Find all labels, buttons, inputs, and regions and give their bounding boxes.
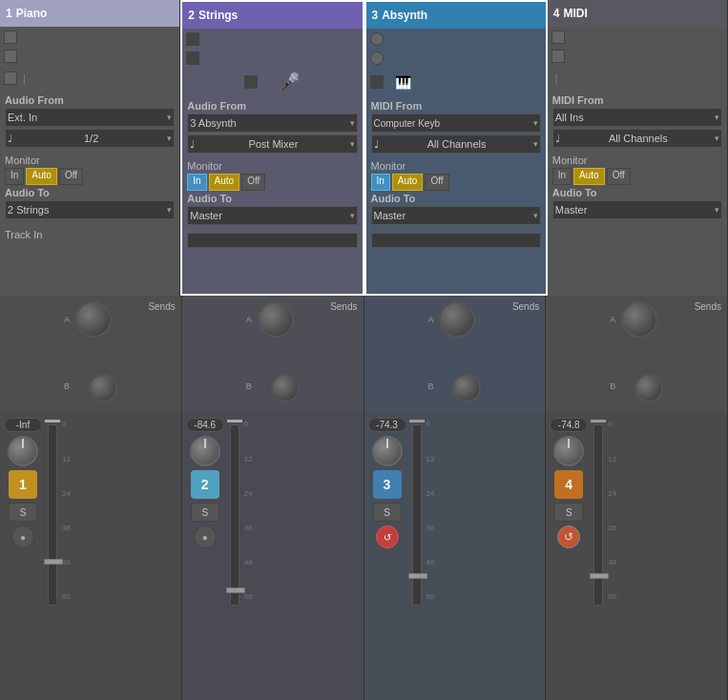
- track-3-trackin-input[interactable]: [371, 233, 541, 248]
- track-3-source-value: Computer Keyb: [374, 118, 440, 129]
- track-4-send-a-knob[interactable]: [621, 301, 657, 338]
- track-1-mon-auto[interactable]: Auto: [26, 168, 57, 185]
- track-3-channel-dropdown[interactable]: ♩ All Channels ▾: [371, 134, 541, 154]
- track-3-fader-handle[interactable]: [408, 573, 427, 579]
- track-4-routing-label: MIDI From: [552, 94, 722, 106]
- track-1-pan-knob[interactable]: [8, 436, 38, 466]
- track-4-header: 4 MIDI: [548, 0, 727, 27]
- track-1-buttons: |: [0, 27, 179, 92]
- track-4-mon-auto[interactable]: Auto: [573, 168, 605, 185]
- track-3-audioto-dropdown[interactable]: Master ▾: [371, 206, 541, 225]
- track-3-audioto-value: Master: [374, 210, 406, 221]
- track-4-fader-col: -74.8 4 S ↺ 0 12 2: [546, 412, 728, 700]
- track-3-mon-in[interactable]: In: [371, 174, 390, 191]
- track-1-trackin: Track In: [0, 223, 179, 246]
- track-1-audioto-arrow: ▾: [167, 205, 172, 215]
- track-4-solo-btn[interactable]: S: [554, 503, 583, 522]
- track-4-channel-icon: ♩: [555, 133, 560, 145]
- track-2-record-btn[interactable]: ●: [194, 525, 217, 548]
- track-3-mon-auto[interactable]: Auto: [392, 174, 424, 191]
- track-4-btn-1[interactable]: [551, 31, 565, 44]
- track-4-pan-knob[interactable]: [553, 436, 584, 466]
- track-3-pan-knob[interactable]: [372, 436, 403, 466]
- track-4-mon-off[interactable]: Off: [607, 168, 631, 185]
- track-1-number-btn[interactable]: 1: [9, 470, 37, 499]
- track-3-source-dropdown[interactable]: Computer Keyb ▾: [371, 113, 541, 133]
- track-4-fader-handle[interactable]: [590, 573, 609, 579]
- track-2-btn-2[interactable]: [186, 51, 199, 65]
- track-1-sends: A B Sends: [0, 296, 182, 412]
- track-2-btn-3[interactable]: [244, 75, 258, 89]
- track-1-channel-dropdown[interactable]: ♩ 1/2 ▾: [5, 129, 175, 148]
- track-2-mon-off[interactable]: Off: [241, 174, 265, 191]
- track-4-send-b-knob[interactable]: [634, 374, 663, 402]
- track-3-btn-1[interactable]: [370, 32, 384, 46]
- track-1-record-btn[interactable]: ●: [11, 525, 34, 548]
- track-1-source-arrow: ▾: [167, 113, 172, 122]
- track-2-name: Strings: [198, 9, 238, 22]
- track-1-btn-1[interactable]: [4, 31, 17, 44]
- track-1-solo-btn[interactable]: S: [9, 503, 37, 522]
- track-4-fader-track[interactable]: [593, 424, 603, 606]
- track-1-btn-3[interactable]: [4, 72, 17, 85]
- track-1-mon-in[interactable]: In: [5, 168, 24, 185]
- track-1-send-a-knob[interactable]: [75, 301, 112, 338]
- scale-36: 36: [62, 524, 71, 532]
- track-3-mon-off[interactable]: Off: [425, 174, 448, 191]
- track-3-fader-track[interactable]: [412, 424, 422, 606]
- track-4-mon-in[interactable]: In: [552, 168, 572, 185]
- track-2-send-a-knob[interactable]: [258, 301, 294, 338]
- track-4-audioto-dropdown[interactable]: Master ▾: [552, 200, 722, 219]
- track-2-channel-dropdown[interactable]: ♩ Post Mixer ▾: [187, 134, 357, 154]
- track-4-btn-2[interactable]: [551, 50, 565, 63]
- track-2-audioto-dropdown[interactable]: Master ▾: [187, 206, 357, 225]
- track-2-mon-auto[interactable]: Auto: [209, 174, 240, 191]
- track-2-fader-handle[interactable]: [226, 587, 245, 593]
- track-1-fader-handle[interactable]: [44, 559, 63, 565]
- track-2-source-dropdown[interactable]: 3 Absynth ▾: [187, 113, 357, 133]
- track-2-number-btn[interactable]: 2: [191, 470, 219, 499]
- track-1-mon-off[interactable]: Off: [59, 168, 83, 185]
- track-2-monitor: Monitor In Auto Off Audio To Master ▾: [182, 158, 362, 229]
- track-3-header: 3 Absynth: [366, 2, 546, 29]
- track-2-mon-in[interactable]: In: [187, 174, 206, 191]
- track-2-header: 2 Strings: [182, 2, 362, 29]
- track-1-btn-2[interactable]: [4, 50, 17, 63]
- track-3-audioto-arrow: ▾: [533, 211, 538, 220]
- track-3-routing-label: MIDI From: [371, 100, 541, 112]
- track-2-solo-btn[interactable]: S: [191, 503, 219, 522]
- track-4-record-btn[interactable]: ↺: [557, 525, 580, 548]
- track-4-number-btn[interactable]: 4: [554, 470, 583, 499]
- track-4-number: 4: [553, 7, 560, 20]
- track-3-record-btn[interactable]: ↺: [376, 525, 399, 548]
- track-3-volume: -74.3: [368, 418, 406, 432]
- track-2-btn-1[interactable]: [186, 32, 199, 46]
- track-2-audioto-arrow: ▾: [350, 211, 355, 220]
- track-1-sends-b-label: B: [64, 381, 70, 391]
- track-2-fader-track[interactable]: [230, 424, 239, 606]
- track-2-sends-title: Sends: [330, 301, 357, 312]
- track-4-sends-b-label: B: [610, 381, 615, 391]
- track-2-volume: -84.6: [186, 418, 224, 432]
- track-4-channel-dropdown[interactable]: ♩ All Channels ▾: [552, 129, 722, 148]
- track-3-send-a-knob[interactable]: [439, 301, 475, 338]
- track-2-fader-col: -84.6 2 S ● 0 12 2: [182, 412, 364, 700]
- track-3-number-btn[interactable]: 3: [373, 470, 402, 499]
- track-1-trackin-label: Track In: [5, 229, 42, 240]
- track-3-btn-2[interactable]: [370, 51, 384, 65]
- track-1-send-b-knob[interactable]: [89, 374, 117, 402]
- track-1-audioto-dropdown[interactable]: 2 Strings ▾: [5, 200, 175, 219]
- track-1-channel-arrow: ▾: [167, 134, 172, 143]
- track-2-send-b-knob[interactable]: [271, 374, 300, 402]
- track-3-btn-3[interactable]: [370, 75, 384, 89]
- track-2-mic-icon: 🎤: [279, 72, 300, 93]
- track-1-source-dropdown[interactable]: Ext. In ▾: [5, 108, 175, 127]
- track-2-pan-knob[interactable]: [190, 436, 220, 466]
- track-2-trackin-input[interactable]: [187, 233, 357, 248]
- track-4-source-dropdown[interactable]: All Ins ▾: [552, 108, 722, 127]
- track-3-send-b-knob[interactable]: [452, 374, 481, 402]
- track-1-fader-track[interactable]: [48, 424, 57, 606]
- track-3-fader-top-marker: [409, 420, 425, 422]
- track-4: 4 MIDI | MIDI From All Ins ▾: [548, 0, 728, 296]
- track-3-solo-btn[interactable]: S: [373, 503, 402, 522]
